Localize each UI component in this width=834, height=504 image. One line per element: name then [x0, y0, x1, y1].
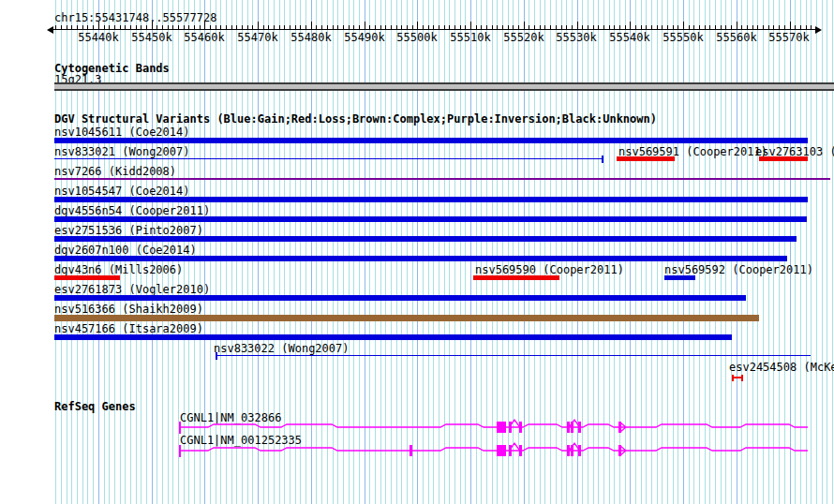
exon[interactable]: [497, 445, 506, 456]
exon[interactable]: [497, 422, 506, 433]
genome-browser-panel: chr15:55431748..55577728 55440k55450k554…: [0, 0, 834, 504]
exon[interactable]: [571, 445, 573, 456]
exon[interactable]: [519, 422, 522, 433]
exon[interactable]: [578, 422, 581, 433]
exon[interactable]: [509, 445, 512, 456]
exon[interactable]: [578, 445, 581, 456]
gene-intron-line: [180, 443, 808, 455]
exon[interactable]: [567, 445, 570, 456]
gene-start-tick: [179, 445, 181, 457]
exon[interactable]: [567, 422, 570, 433]
exon[interactable]: [618, 445, 621, 456]
exon[interactable]: [410, 445, 412, 456]
exon[interactable]: [618, 422, 621, 433]
gene-model[interactable]: [172, 439, 815, 462]
gene-start-tick: [179, 422, 181, 434]
exon[interactable]: [519, 445, 522, 456]
gene-intron-line: [180, 420, 808, 432]
refseq-genes-track: CGNL1|NM_032866CGNL1|NM_001252335: [0, 0, 834, 504]
exon[interactable]: [509, 422, 512, 433]
exon[interactable]: [571, 422, 573, 433]
